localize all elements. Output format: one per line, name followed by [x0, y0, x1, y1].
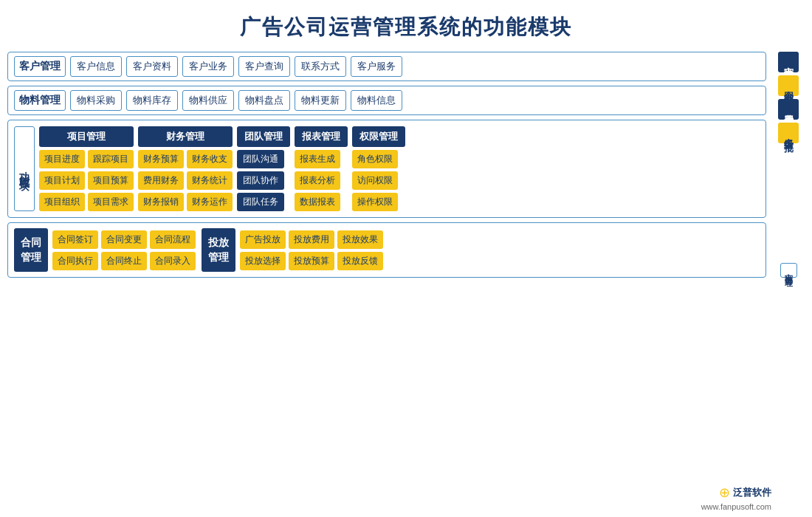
- tag-finance-stat[interactable]: 财务统计: [187, 171, 233, 190]
- report-tags: 报表生成 报表分析 数据报表: [295, 150, 348, 211]
- func-module-label: 功能模块: [14, 126, 35, 211]
- tag-report-analysis[interactable]: 报表分析: [295, 171, 340, 190]
- contract-label: 合同管理: [14, 228, 48, 272]
- team-tags: 团队沟通 团队协作 团队任务: [237, 150, 290, 211]
- tag-place-feedback[interactable]: 投放反馈: [337, 252, 383, 270]
- sidebar-approve-manage[interactable]: 审批管理: [780, 263, 797, 278]
- placement-label: 投放管理: [202, 228, 235, 272]
- tag-finance-budget[interactable]: 财务预算: [138, 150, 184, 168]
- tag-finance-ops[interactable]: 财务运作: [187, 193, 233, 211]
- permission-tags: 角色权限 访问权限 操作权限: [352, 150, 405, 211]
- finance-management: 财务管理 财务预算 财务收支 费用财务 财务统计 财务报销 财务运作: [138, 126, 233, 211]
- logo-area: ⊕ 泛普软件 www.fanpusoft.com: [701, 485, 771, 511]
- tag-cost-finance[interactable]: 费用财务: [138, 171, 184, 190]
- tag-place-select[interactable]: 投放选择: [240, 252, 286, 270]
- sidebar-multi-approve[interactable]: 多级审批: [778, 123, 799, 143]
- tag-project-plan[interactable]: 项目计划: [39, 171, 85, 190]
- team-management: 团队管理 团队沟通 团队协作 团队任务: [237, 126, 290, 211]
- tag-customer-query[interactable]: 客户查询: [238, 56, 290, 77]
- tag-place-effect[interactable]: 投放效果: [337, 230, 383, 249]
- tag-customer-biz[interactable]: 客户业务: [182, 56, 234, 77]
- tag-contact-method[interactable]: 联系方式: [295, 56, 346, 77]
- tag-contract-flow[interactable]: 合同流程: [150, 230, 196, 249]
- permission-header: 权限管理: [352, 126, 405, 147]
- page-title: 广告公司运营管理系统的功能模块: [0, 0, 812, 52]
- tag-finance-income[interactable]: 财务收支: [187, 150, 233, 168]
- tag-team-task[interactable]: 团队任务: [237, 193, 284, 211]
- tag-data-report[interactable]: 数据报表: [295, 193, 340, 211]
- tag-material-info[interactable]: 物料信息: [351, 90, 402, 111]
- material-label: 物料管理: [14, 90, 66, 111]
- tag-material-stock[interactable]: 物料库存: [126, 90, 178, 111]
- tag-customer-service[interactable]: 客户服务: [351, 56, 402, 77]
- tag-customer-data[interactable]: 客户资料: [126, 56, 178, 77]
- contract-tags: 合同签订 合同变更 合同流程 合同执行 合同终止 合同录入: [52, 230, 196, 270]
- logo-url: www.fanpusoft.com: [701, 502, 771, 511]
- project-management: 项目管理 项目进度 跟踪项目 项目计划 项目预算 项目组织 项目需求: [39, 126, 134, 211]
- tag-access-perm[interactable]: 访问权限: [352, 171, 398, 190]
- tag-project-budget[interactable]: 项目预算: [88, 171, 134, 190]
- tag-track-project[interactable]: 跟踪项目: [88, 150, 134, 168]
- finance-tags: 财务预算 财务收支 费用财务 财务统计 财务报销 财务运作: [138, 150, 233, 211]
- tag-contract-end[interactable]: 合同终止: [101, 252, 147, 270]
- tag-contract-change[interactable]: 合同变更: [101, 230, 147, 249]
- tag-project-org[interactable]: 项目组织: [39, 193, 85, 211]
- report-header: 报表管理: [295, 126, 348, 147]
- customer-row: 客户管理 客户信息 客户资料 客户业务 客户查询 联系方式 客户服务: [7, 52, 766, 81]
- tag-report-gen[interactable]: 报表生成: [295, 150, 340, 168]
- placement-section: 投放管理 广告投放 投放费用 投放效果 投放选择 投放预算 投放反馈: [202, 228, 383, 272]
- tag-contract-input[interactable]: 合同录入: [150, 252, 196, 270]
- tag-role-perm[interactable]: 角色权限: [352, 150, 398, 168]
- sidebar-approve-flow[interactable]: 审批流程: [778, 52, 799, 72]
- tag-customer-info[interactable]: 客户信息: [70, 56, 122, 77]
- tag-finance-reimbur[interactable]: 财务报销: [138, 193, 184, 211]
- tag-op-perm[interactable]: 操作权限: [352, 193, 398, 211]
- tag-material-supply[interactable]: 物料供应: [182, 90, 234, 111]
- bottom-row: 合同管理 合同签订 合同变更 合同流程 合同执行 合同终止 合同录入 投: [7, 222, 766, 278]
- tag-project-demand[interactable]: 项目需求: [88, 193, 134, 211]
- contract-section: 合同管理 合同签订 合同变更 合同流程 合同执行 合同终止 合同录入: [14, 228, 196, 272]
- logo-name: 泛普软件: [733, 486, 771, 499]
- permission-management: 权限管理 角色权限 访问权限 操作权限: [352, 126, 405, 211]
- tag-team-comm[interactable]: 团队沟通: [237, 150, 284, 168]
- right-sidebar: 审批流程 合同审批 费用审批 多级审批 审批管理: [772, 52, 805, 278]
- tag-place-cost[interactable]: 投放费用: [289, 230, 334, 249]
- project-header: 项目管理: [39, 126, 134, 147]
- customer-label: 客户管理: [14, 56, 66, 77]
- placement-tags: 广告投放 投放费用 投放效果 投放选择 投放预算 投放反馈: [240, 230, 383, 270]
- tag-material-update[interactable]: 物料更新: [295, 90, 346, 111]
- tag-place-budget[interactable]: 投放预算: [289, 252, 334, 270]
- material-row: 物料管理 物料采购 物料库存 物料供应 物料盘点 物料更新 物料信息: [7, 86, 766, 115]
- tag-ad-place[interactable]: 广告投放: [240, 230, 286, 249]
- tag-contract-sign[interactable]: 合同签订: [52, 230, 98, 249]
- project-tags: 项目进度 跟踪项目 项目计划 项目预算 项目组织 项目需求: [39, 150, 134, 211]
- tag-project-progress[interactable]: 项目进度: [39, 150, 85, 168]
- func-module-box: 功能模块 项目管理 项目进度 跟踪项目 项目计划 项目预算: [7, 120, 766, 218]
- sidebar-contract-approve[interactable]: 合同审批: [778, 75, 799, 96]
- finance-header: 财务管理: [138, 126, 233, 147]
- report-management: 报表管理 报表生成 报表分析 数据报表: [295, 126, 348, 211]
- tag-contract-exec[interactable]: 合同执行: [52, 252, 98, 270]
- sidebar-cost-approve[interactable]: 费用审批: [778, 99, 799, 120]
- tag-material-check[interactable]: 物料盘点: [238, 90, 290, 111]
- tag-material-purchase[interactable]: 物料采购: [70, 90, 122, 111]
- tag-team-collab[interactable]: 团队协作: [237, 171, 284, 190]
- team-header: 团队管理: [237, 126, 290, 147]
- func-inner: 项目管理 项目进度 跟踪项目 项目计划 项目预算 项目组织 项目需求: [39, 126, 760, 211]
